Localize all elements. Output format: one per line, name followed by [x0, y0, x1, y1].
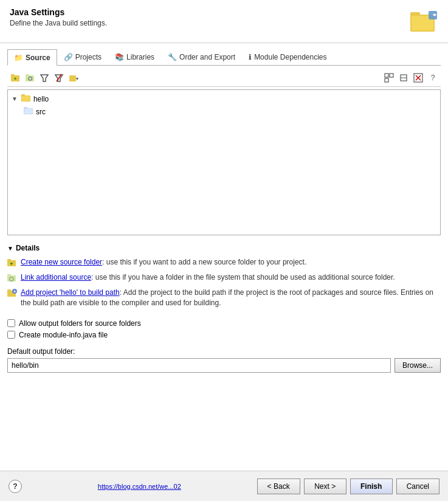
- source-tab-label: Source: [26, 54, 50, 62]
- source-toolbar: + ⬡ ?: [7, 69, 441, 87]
- allow-output-folders-label[interactable]: Allow output folders for source folders: [19, 319, 141, 328]
- finish-button[interactable]: Finish: [350, 479, 393, 494]
- details-section: ▼ Details + Create new source folder: us…: [7, 240, 441, 313]
- source-tree[interactable]: ▼ hello src: [7, 89, 441, 235]
- footer-left: ?: [9, 480, 22, 493]
- deselect-btn[interactable]: [412, 71, 425, 85]
- main-content: 📁 Source 🔗 Projects 📚 Libraries 🔧 Order …: [0, 43, 448, 471]
- details-collapse-arrow[interactable]: ▼: [7, 245, 13, 252]
- tab-order-export[interactable]: 🔧 Order and Export: [161, 49, 242, 65]
- header-text-block: Java Settings Define the Java build sett…: [10, 7, 107, 27]
- create-source-folder-link[interactable]: Create new source folder: [21, 258, 102, 266]
- order-export-tab-icon: 🔧: [168, 53, 177, 61]
- svg-text:+: +: [13, 289, 16, 294]
- help-button[interactable]: ?: [9, 480, 22, 493]
- next-button[interactable]: Next >: [304, 479, 346, 494]
- toolbar-right: ?: [382, 71, 439, 85]
- detail-icon-link: ⬡: [7, 273, 17, 283]
- toolbar-dropdown-btn[interactable]: [67, 71, 80, 85]
- filter-btn[interactable]: [38, 71, 51, 85]
- create-source-folder-rest: : use this if you want to add a new sour…: [102, 258, 306, 266]
- libraries-tab-label: Libraries: [126, 53, 154, 61]
- collapse-all-btn[interactable]: [397, 71, 410, 85]
- src-folder-icon: [24, 106, 33, 117]
- svg-text:⬡: ⬡: [9, 276, 14, 282]
- help-inline-btn[interactable]: ?: [426, 71, 439, 85]
- svg-rect-14: [69, 75, 76, 81]
- svg-rect-18: [385, 78, 388, 82]
- status-url[interactable]: https://blog.csdn.net/we...02: [98, 483, 181, 490]
- svg-text:+: +: [10, 261, 13, 267]
- tab-module-deps[interactable]: ℹ Module Dependencies: [242, 49, 333, 65]
- browse-button[interactable]: Browse...: [395, 358, 441, 373]
- output-folder-section: Default output folder: Browse...: [7, 347, 441, 373]
- detail-text-create: Create new source folder: use this if yo…: [21, 257, 306, 268]
- svg-rect-29: [24, 109, 32, 114]
- svg-rect-17: [390, 74, 393, 77]
- allow-output-folders-checkbox[interactable]: [7, 319, 15, 327]
- add-project-build-path-link[interactable]: Add project 'hello' to build path: [21, 288, 120, 297]
- svg-text:+: +: [14, 76, 17, 81]
- svg-marker-15: [76, 78, 78, 80]
- dialog-footer: ? https://blog.csdn.net/we...02 < Back N…: [0, 471, 448, 501]
- create-module-info-label[interactable]: Create module-info.java file: [19, 331, 108, 339]
- help-inline-icon: ?: [431, 74, 435, 82]
- tree-item-src[interactable]: src: [22, 105, 438, 118]
- tree-item-hello[interactable]: ▼ hello: [10, 92, 438, 105]
- hello-expand-arrow[interactable]: ▼: [12, 95, 18, 102]
- tab-projects[interactable]: 🔗 Projects: [57, 49, 108, 65]
- output-folder-label: Default output folder:: [7, 347, 441, 356]
- create-module-info-row: Create module-info.java file: [7, 331, 441, 339]
- tab-bar: 📁 Source 🔗 Projects 📚 Libraries 🔧 Order …: [7, 49, 441, 66]
- projects-tab-icon: 🔗: [64, 53, 73, 61]
- allow-output-folders-row: Allow output folders for source folders: [7, 319, 441, 328]
- svg-rect-26: [22, 96, 30, 101]
- libraries-tab-icon: 📚: [115, 53, 124, 61]
- link-source-btn[interactable]: ⬡: [23, 71, 36, 85]
- dialog-subtitle: Define the Java build settings.: [10, 19, 107, 27]
- checkboxes-section: Allow output folders for source folders …: [7, 319, 441, 342]
- src-tree-label: src: [36, 108, 46, 116]
- detail-text-link: Link additional source: use this if you …: [21, 272, 395, 283]
- filter-alt-btn[interactable]: [52, 71, 66, 85]
- hello-folder-icon: [21, 94, 31, 104]
- cancel-button[interactable]: Cancel: [396, 479, 439, 494]
- header-icon: [409, 7, 438, 36]
- hello-tree-label: hello: [33, 95, 49, 103]
- dialog-header: Java Settings Define the Java build sett…: [0, 0, 448, 43]
- detail-icon-add-project: +: [7, 288, 17, 298]
- output-folder-row: Browse...: [7, 358, 441, 373]
- details-header-label: Details: [16, 244, 40, 252]
- footer-buttons: < Back Next > Finish Cancel: [257, 479, 439, 494]
- dialog-title: Java Settings: [10, 7, 107, 17]
- java-folder-icon: [410, 10, 437, 34]
- back-button[interactable]: < Back: [257, 479, 300, 494]
- source-tab-icon: 📁: [14, 54, 23, 62]
- module-deps-tab-icon: ℹ: [249, 53, 252, 61]
- svg-rect-16: [385, 74, 388, 77]
- order-export-tab-label: Order and Export: [179, 53, 235, 61]
- details-header: ▼ Details: [7, 244, 441, 252]
- projects-tab-label: Projects: [75, 53, 102, 61]
- svg-text:⬡: ⬡: [28, 76, 32, 81]
- tab-source[interactable]: 📁 Source: [7, 49, 57, 66]
- detail-link-additional-source: ⬡ Link additional source: use this if yo…: [7, 272, 441, 283]
- svg-rect-1: [410, 12, 420, 16]
- detail-add-project-build-path: + Add project 'hello' to build path: Add…: [7, 288, 441, 308]
- module-deps-tab-label: Module Dependencies: [254, 53, 326, 61]
- detail-create-source-folder: + Create new source folder: use this if …: [7, 257, 441, 268]
- expand-all-btn[interactable]: [382, 71, 396, 85]
- tab-libraries[interactable]: 📚 Libraries: [108, 49, 161, 65]
- create-module-info-checkbox[interactable]: [7, 331, 15, 339]
- svg-rect-37: [7, 289, 11, 291]
- svg-marker-11: [41, 75, 48, 81]
- output-folder-input[interactable]: [7, 358, 391, 373]
- link-additional-source-rest: : use this if you have a folder in the f…: [91, 273, 395, 282]
- detail-text-add-project: Add project 'hello' to build path: Add t…: [21, 288, 441, 308]
- link-additional-source-link[interactable]: Link additional source: [21, 273, 91, 282]
- add-source-folder-btn[interactable]: +: [9, 71, 22, 85]
- detail-icon-create: +: [7, 258, 17, 268]
